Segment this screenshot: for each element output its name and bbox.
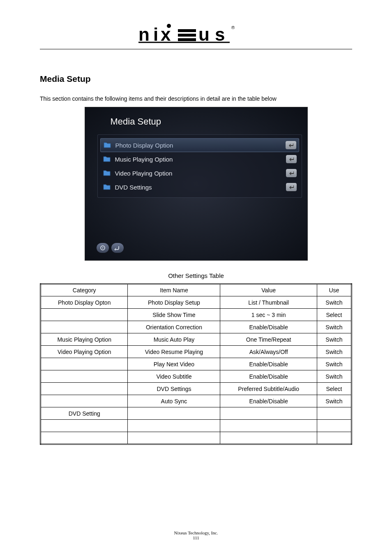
svg-text:u: u	[198, 24, 209, 44]
table-cell: DVD Settings	[128, 383, 220, 395]
enter-icon	[286, 141, 296, 149]
table-row: Photo Display OptonPhoto Display SetupLi…	[41, 296, 352, 309]
enter-icon	[286, 169, 297, 177]
table-cell	[317, 420, 351, 432]
table-cell: Enable/Disable	[220, 370, 317, 383]
table-cell	[317, 407, 351, 420]
gear-icon[interactable]	[97, 243, 109, 253]
table-row: Slide Show Time1 sec ~ 3 minSelect	[41, 309, 352, 321]
th-value: Value	[220, 284, 317, 296]
menu-item-dvd[interactable]: DVD Settings	[98, 180, 302, 194]
return-icon[interactable]	[111, 243, 124, 253]
content-area: Media Setup This section contains the fo…	[40, 49, 352, 445]
table-cell: Switch	[317, 370, 351, 383]
menu-label: Video Playing Option	[115, 170, 286, 177]
company-name: Nixeus Technology, Inc.	[0, 530, 392, 535]
th-use: Use	[317, 284, 351, 296]
svg-rect-6	[178, 38, 196, 41]
svg-rect-5	[178, 34, 196, 37]
media-setup-screenshot: Media Setup Photo Display Option Music P…	[85, 107, 308, 261]
th-item: Item Name	[128, 284, 220, 296]
table-row: Orientation CorrectionEnable/DisableSwit…	[41, 321, 352, 333]
table-cell	[220, 407, 317, 420]
table-cell: Auto Sync	[128, 395, 220, 407]
table-header-row: Category Item Name Value Use	[41, 284, 352, 296]
table-cell: Enable/Disable	[220, 395, 317, 407]
table-cell: Photo Display Setup	[128, 296, 220, 309]
table-cell: One Time/Repeat	[220, 333, 317, 346]
menu-label: Photo Display Option	[115, 142, 286, 149]
table-cell: Enable/Disable	[220, 358, 317, 370]
table-row	[41, 420, 352, 432]
enter-icon	[286, 155, 297, 163]
menu-label: Music Playing Option	[115, 156, 286, 163]
table-row	[41, 432, 352, 444]
table-cell	[317, 432, 351, 444]
table-row: Video SubtitleEnable/DisableSwitch	[41, 370, 352, 383]
table-cell: Slide Show Time	[128, 309, 220, 321]
table-cell	[41, 358, 128, 370]
folder-icon	[103, 183, 111, 191]
svg-text:s: s	[215, 24, 224, 44]
reg-mark: ®	[231, 25, 235, 30]
table-cell	[41, 309, 128, 321]
table-row: Auto SyncEnable/DisableSwitch	[41, 395, 352, 407]
menu-item-video[interactable]: Video Playing Option	[98, 166, 302, 180]
table-cell	[128, 420, 220, 432]
table-cell	[220, 432, 317, 444]
table-cell: 1 sec ~ 3 min	[220, 309, 317, 321]
table-cell: Enable/Disable	[220, 321, 317, 333]
table-cell: DVD Setting	[41, 407, 128, 420]
menu-item-photo[interactable]: Photo Display Option	[100, 138, 299, 152]
table-row: Play Next VideoEnable/DisableSwitch	[41, 358, 352, 370]
page-number: 111	[0, 535, 392, 540]
table-row: DVD SettingsPreferred Subtitle/AudioSele…	[41, 383, 352, 395]
table-cell	[41, 321, 128, 333]
settings-table: Category Item Name Value Use Photo Displ…	[40, 283, 352, 445]
table-row: DVD Setting	[41, 407, 352, 420]
table-cell: Orientation Correction	[128, 321, 220, 333]
table-cell: Preferred Subtitle/Audio	[220, 383, 317, 395]
table-cell	[128, 432, 220, 444]
table-row: Music Playing OptionMusic Auto PlayOne T…	[41, 333, 352, 346]
table-caption: Other Settings Table	[40, 272, 352, 279]
table-cell: Music Auto Play	[128, 333, 220, 346]
screenshot-panel: Photo Display Option Music Playing Optio…	[97, 134, 302, 198]
table-cell	[41, 383, 128, 395]
table-cell: Video Subtitle	[128, 370, 220, 383]
table-cell	[41, 370, 128, 383]
table-cell: Ask/Always/Off	[220, 346, 317, 358]
th-category: Category	[41, 284, 128, 296]
menu-label: DVD Settings	[115, 184, 286, 191]
nixeus-logo: n i x u s ®	[138, 23, 254, 44]
table-cell: Video Resume Playing	[128, 346, 220, 358]
table-cell: Music Playing Option	[41, 333, 128, 346]
folder-icon	[103, 141, 111, 149]
table-cell: Select	[317, 309, 351, 321]
table-row: Video Playing OptionVideo Resume Playing…	[41, 346, 352, 358]
table-cell	[128, 407, 220, 420]
enter-icon	[286, 183, 297, 191]
table-cell	[41, 395, 128, 407]
screenshot-footer	[97, 243, 124, 253]
table-cell	[41, 432, 128, 444]
table-cell: Play Next Video	[128, 358, 220, 370]
table-cell	[41, 420, 128, 432]
table-cell: Photo Display Opton	[41, 296, 128, 309]
folder-icon	[103, 169, 111, 177]
svg-text:i: i	[153, 24, 158, 44]
table-cell: Switch	[317, 296, 351, 309]
folder-icon	[103, 155, 111, 163]
table-cell	[220, 420, 317, 432]
screenshot-title: Media Setup	[111, 116, 299, 127]
table-cell: Switch	[317, 333, 351, 346]
svg-text:n: n	[138, 24, 149, 44]
menu-item-music[interactable]: Music Playing Option	[98, 152, 302, 166]
table-cell: Switch	[317, 321, 351, 333]
svg-text:x: x	[161, 24, 171, 44]
logo-area: n i x u s ®	[0, 0, 392, 49]
page-heading: Media Setup	[40, 74, 352, 84]
table-cell: Switch	[317, 358, 351, 370]
table-cell: Video Playing Option	[41, 346, 128, 358]
table-cell: Select	[317, 383, 351, 395]
